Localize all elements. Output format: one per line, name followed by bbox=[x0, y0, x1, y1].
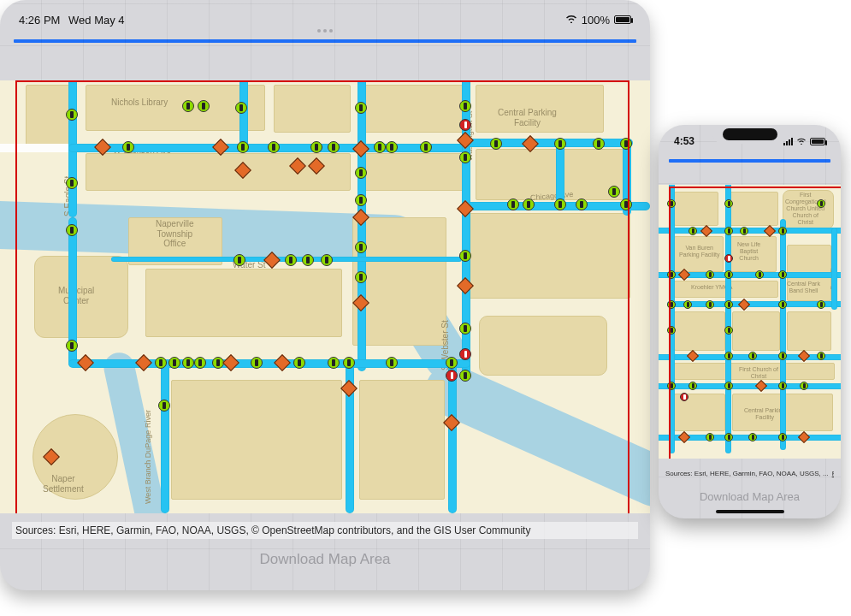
valve-marker[interactable] bbox=[724, 326, 733, 335]
valve-marker[interactable] bbox=[328, 141, 340, 153]
valve-marker[interactable] bbox=[554, 138, 566, 150]
valve-marker[interactable] bbox=[608, 186, 620, 198]
valve-marker[interactable] bbox=[268, 141, 280, 153]
alert-marker[interactable] bbox=[446, 370, 458, 382]
map-view[interactable]: First Congregational Church United Churc… bbox=[659, 185, 841, 459]
valve-marker[interactable] bbox=[620, 138, 632, 150]
hydrant-marker[interactable] bbox=[274, 354, 291, 371]
valve-marker[interactable] bbox=[576, 198, 588, 210]
valve-marker[interactable] bbox=[667, 199, 676, 208]
valve-marker[interactable] bbox=[355, 167, 367, 179]
hydrant-marker[interactable] bbox=[755, 380, 767, 392]
valve-marker[interactable] bbox=[198, 100, 210, 112]
valve-marker[interactable] bbox=[706, 433, 714, 441]
hydrant-marker[interactable] bbox=[340, 380, 358, 397]
valve-marker[interactable] bbox=[724, 352, 733, 360]
valve-marker[interactable] bbox=[817, 300, 825, 309]
valve-marker[interactable] bbox=[302, 254, 314, 266]
valve-marker[interactable] bbox=[459, 151, 471, 163]
valve-marker[interactable] bbox=[667, 326, 676, 335]
valve-marker[interactable] bbox=[374, 141, 386, 153]
valve-marker[interactable] bbox=[688, 227, 697, 235]
alert-marker[interactable] bbox=[680, 393, 688, 401]
valve-marker[interactable] bbox=[740, 227, 748, 235]
valve-marker[interactable] bbox=[328, 357, 340, 369]
valve-marker[interactable] bbox=[593, 138, 605, 150]
valve-marker[interactable] bbox=[343, 357, 355, 369]
valve-marker[interactable] bbox=[158, 400, 170, 412]
valve-marker[interactable] bbox=[446, 357, 458, 369]
hydrant-marker[interactable] bbox=[678, 431, 690, 443]
valve-marker[interactable] bbox=[778, 382, 787, 390]
valve-marker[interactable] bbox=[459, 100, 471, 112]
alert-marker[interactable] bbox=[459, 119, 471, 131]
valve-marker[interactable] bbox=[168, 357, 180, 369]
valve-marker[interactable] bbox=[233, 254, 245, 266]
valve-marker[interactable] bbox=[778, 270, 787, 279]
hydrant-marker[interactable] bbox=[798, 431, 810, 443]
valve-marker[interactable] bbox=[237, 141, 249, 153]
home-indicator[interactable] bbox=[716, 510, 784, 513]
valve-marker[interactable] bbox=[778, 433, 787, 441]
valve-marker[interactable] bbox=[420, 141, 432, 153]
valve-marker[interactable] bbox=[667, 300, 676, 309]
valve-marker[interactable] bbox=[310, 141, 322, 153]
valve-marker[interactable] bbox=[321, 254, 333, 266]
valve-marker[interactable] bbox=[724, 270, 733, 279]
valve-marker[interactable] bbox=[706, 300, 714, 309]
valve-marker[interactable] bbox=[66, 340, 78, 352]
valve-marker[interactable] bbox=[386, 357, 398, 369]
valve-marker[interactable] bbox=[554, 198, 566, 210]
valve-marker[interactable] bbox=[620, 198, 632, 210]
hydrant-marker[interactable] bbox=[77, 354, 94, 371]
valve-marker[interactable] bbox=[66, 224, 78, 236]
valve-marker[interactable] bbox=[459, 250, 471, 262]
valve-marker[interactable] bbox=[122, 141, 134, 153]
valve-marker[interactable] bbox=[459, 323, 471, 335]
valve-marker[interactable] bbox=[724, 227, 733, 235]
valve-marker[interactable] bbox=[507, 198, 519, 210]
hydrant-marker[interactable] bbox=[222, 354, 239, 371]
attribution-powered-by[interactable]: Powered by Esri bbox=[832, 470, 834, 477]
valve-marker[interactable] bbox=[235, 102, 247, 114]
valve-marker[interactable] bbox=[386, 141, 398, 153]
valve-marker[interactable] bbox=[755, 270, 764, 279]
valve-marker[interactable] bbox=[817, 352, 825, 360]
valve-marker[interactable] bbox=[778, 300, 787, 309]
valve-marker[interactable] bbox=[667, 270, 676, 279]
valve-marker[interactable] bbox=[724, 300, 733, 309]
valve-marker[interactable] bbox=[706, 270, 714, 279]
hydrant-marker[interactable] bbox=[135, 354, 152, 371]
valve-marker[interactable] bbox=[285, 254, 297, 266]
valve-marker[interactable] bbox=[724, 199, 733, 208]
valve-marker[interactable] bbox=[182, 357, 194, 369]
valve-marker[interactable] bbox=[778, 227, 787, 235]
valve-marker[interactable] bbox=[194, 357, 206, 369]
download-map-area-button[interactable]: Download Map Area bbox=[665, 490, 834, 503]
download-map-area-button[interactable]: Download Map Area bbox=[12, 541, 638, 578]
valve-marker[interactable] bbox=[66, 177, 78, 189]
valve-marker[interactable] bbox=[355, 194, 367, 206]
valve-marker[interactable] bbox=[355, 102, 367, 114]
alert-marker[interactable] bbox=[459, 348, 471, 360]
valve-marker[interactable] bbox=[724, 433, 733, 441]
valve-marker[interactable] bbox=[459, 370, 471, 382]
valve-marker[interactable] bbox=[683, 300, 692, 309]
valve-marker[interactable] bbox=[251, 357, 263, 369]
valve-marker[interactable] bbox=[688, 382, 697, 390]
valve-marker[interactable] bbox=[182, 100, 194, 112]
valve-marker[interactable] bbox=[800, 382, 808, 390]
valve-marker[interactable] bbox=[66, 109, 78, 121]
valve-marker[interactable] bbox=[490, 138, 502, 150]
valve-marker[interactable] bbox=[667, 382, 676, 390]
valve-marker[interactable] bbox=[155, 357, 167, 369]
valve-marker[interactable] bbox=[724, 382, 733, 390]
map-view[interactable]: Nichols Library W Jackson Ave Naperville… bbox=[0, 80, 650, 513]
valve-marker[interactable] bbox=[523, 198, 535, 210]
valve-marker[interactable] bbox=[748, 433, 757, 441]
valve-marker[interactable] bbox=[355, 271, 367, 283]
valve-marker[interactable] bbox=[817, 199, 825, 208]
valve-marker[interactable] bbox=[778, 352, 787, 360]
valve-marker[interactable] bbox=[748, 352, 757, 360]
valve-marker[interactable] bbox=[293, 357, 305, 369]
